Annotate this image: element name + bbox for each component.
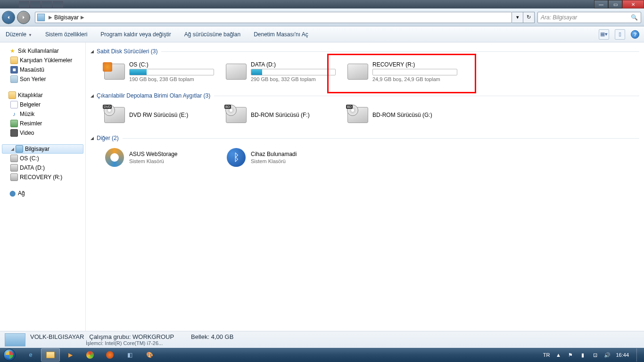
preview-pane-button[interactable]: ▯ [615, 29, 625, 40]
item-sublabel: Sistem Klasörü [129, 158, 218, 164]
folder-icon [46, 352, 55, 358]
sidebar-item-computer[interactable]: ◢Bilgisayar [2, 144, 83, 154]
taskbar-paint[interactable]: 🎨 [140, 348, 159, 362]
hdd-icon [347, 64, 368, 80]
item-bluetooth[interactable]: ᛒ Cihaz Bulunamadi Sistem Klasörü [223, 146, 341, 169]
sidebar-item-drive-r[interactable]: RECOVERY (R:) [0, 173, 85, 182]
video-icon [10, 129, 18, 137]
pictures-icon [10, 120, 18, 127]
refresh-button[interactable]: ↻ [523, 12, 535, 23]
system-tray: TR ▲ ⚑ ▮ ⊡ 🔊 16:44 [539, 348, 644, 362]
recent-icon [10, 75, 18, 83]
tray-up-icon[interactable]: ▲ [554, 351, 562, 359]
taskbar-mediaplayer[interactable]: ▶ [61, 348, 80, 362]
bdrom-icon: BD [347, 107, 368, 123]
language-indicator[interactable]: TR [543, 352, 550, 358]
sidebar-item-documents[interactable]: Belgeler [0, 100, 85, 109]
sidebar-item-desktop[interactable]: ■Masaüstü [0, 65, 85, 74]
dvd-icon: DVD [104, 107, 125, 123]
group-removable-header[interactable]: ◢Çıkarılabilir Depolama Birimi Olan Aygı… [91, 90, 639, 102]
organize-menu[interactable]: Düzenle▼ [5, 29, 33, 40]
sidebar-item-drive-d[interactable]: DATA (D:) [0, 163, 85, 173]
star-icon: ★ [8, 47, 16, 55]
minimize-button[interactable]: — [594, 0, 608, 8]
sidebar-item-drive-c[interactable]: OS (C:) [0, 154, 85, 163]
sidebar-item-pictures[interactable]: Resimler [0, 119, 85, 128]
libraries-group[interactable]: Kitaplıklar [0, 90, 85, 100]
sidebar-item-music[interactable]: ♪Müzik [0, 109, 85, 119]
search-placeholder: Ara: Bilgisayar [541, 14, 577, 21]
item-asus-webstorage[interactable]: ASUS WebStorage Sistem Klasörü [102, 146, 220, 169]
system-properties-button[interactable]: Sistem özellikleri [44, 29, 88, 40]
address-bar[interactable]: ▶ Bilgisayar ▶ [35, 12, 512, 23]
close-button[interactable]: ✕ [622, 0, 644, 8]
sidebar-item-downloads[interactable]: Karşıdan Yüklemeler [0, 56, 85, 65]
action-center-icon[interactable]: ⚑ [567, 351, 574, 359]
memory-key: Bellek: [191, 333, 209, 340]
windows-orb-icon [3, 349, 16, 361]
drive-e[interactable]: DVD DVD RW Sürücüsü (E:) [102, 104, 220, 126]
capacity-bar [129, 69, 214, 75]
map-network-drive-button[interactable]: Ağ sürücüsüne bağlan [183, 29, 241, 40]
folder-icon [10, 57, 18, 64]
taskbar-explorer[interactable] [41, 348, 60, 362]
computer-thumb-icon [5, 333, 25, 346]
start-button[interactable] [0, 348, 19, 362]
pc-name: VOLK-BILGISAYAR [30, 333, 84, 340]
bluetooth-icon: ᛒ [227, 148, 246, 167]
navigation-pane: ★Sık Kullanılanlar Karşıdan Yüklemeler ■… [0, 42, 86, 331]
uninstall-program-button[interactable]: Program kaldır veya değiştir [99, 29, 172, 40]
taskbar-ie[interactable]: e [21, 348, 40, 362]
music-icon: ♪ [10, 110, 18, 118]
forward-button[interactable] [17, 11, 30, 24]
drive-label: BD-ROM Sürücüsü (F:) [251, 112, 339, 118]
cpu-key: İşlemci: [86, 340, 103, 346]
drive-d[interactable]: DATA (D:) 290 GB boş, 332 GB toplam [223, 59, 341, 84]
drive-label: DVD RW Sürücüsü (E:) [129, 112, 218, 118]
drive-icon [10, 164, 18, 172]
open-control-panel-button[interactable]: Denetim Masası'nı Aç [253, 29, 309, 40]
breadcrumb-item[interactable]: Bilgisayar [54, 14, 79, 21]
drive-label: OS (C:) [129, 61, 218, 68]
drive-label: BD-ROM Sürücüsü (G:) [372, 112, 461, 118]
title-bar: — ▭ ✕ [0, 0, 644, 8]
taskbar: e ▶ ◧ 🎨 TR ▲ ⚑ ▮ ⊡ 🔊 16:44 [0, 348, 644, 362]
dropdown-button[interactable]: ▾ [512, 12, 523, 23]
search-icon: 🔍 [631, 14, 638, 21]
nav-bar: ▶ Bilgisayar ▶ ▾ ↻ Ara: Bilgisayar 🔍 [0, 8, 644, 26]
capacity-bar [251, 69, 336, 75]
back-button[interactable] [2, 11, 15, 24]
drive-f[interactable]: BD BD-ROM Sürücüsü (F:) [223, 104, 341, 126]
taskbar-app[interactable]: ◧ [120, 348, 139, 362]
clock[interactable]: 16:44 [616, 352, 629, 358]
group-hdd-header[interactable]: ◢Sabit Disk Sürücüleri (3) [91, 45, 639, 58]
network-tray-icon[interactable]: ⊡ [591, 351, 599, 359]
drive-r[interactable]: RECOVERY (R:) 24,9 GB boş, 24,9 GB topla… [345, 59, 463, 84]
sidebar-item-network[interactable]: ⬤Ağ [0, 189, 85, 198]
volume-icon[interactable]: 🔊 [603, 351, 611, 359]
computer-icon [16, 145, 23, 153]
power-icon[interactable]: ▮ [579, 351, 586, 359]
libraries-icon [8, 91, 16, 99]
taskbar-chrome[interactable] [81, 348, 99, 362]
capacity-bar [372, 69, 457, 75]
view-options-button[interactable]: ▦▾ [599, 29, 609, 40]
favorites-group[interactable]: ★Sık Kullanılanlar [0, 46, 85, 56]
bdrom-icon: BD [226, 107, 247, 123]
computer-icon [37, 14, 45, 21]
item-sublabel: Sistem Klasörü [251, 158, 339, 164]
group-other-header[interactable]: ◢Diğer (2) [91, 132, 639, 144]
drive-g[interactable]: BD BD-ROM Sürücüsü (G:) [345, 104, 463, 126]
drive-c[interactable]: OS (C:) 190 GB boş, 238 GB toplam [102, 59, 220, 84]
memory-val: 4,00 GB [211, 333, 234, 340]
document-icon [10, 101, 18, 108]
maximize-button[interactable]: ▭ [608, 0, 622, 8]
taskbar-firefox[interactable] [100, 348, 119, 362]
sidebar-item-recent[interactable]: Son Yerler [0, 74, 85, 84]
details-pane: VOLK-BILGISAYAR Çalışma grubu: WORKGROUP… [0, 331, 644, 348]
command-bar: Düzenle▼ Sistem özellikleri Program kald… [0, 26, 644, 42]
search-input[interactable]: Ara: Bilgisayar 🔍 [537, 12, 641, 23]
help-button[interactable]: ? [631, 30, 639, 39]
show-desktop-button[interactable] [636, 348, 640, 362]
sidebar-item-video[interactable]: Video [0, 128, 85, 138]
